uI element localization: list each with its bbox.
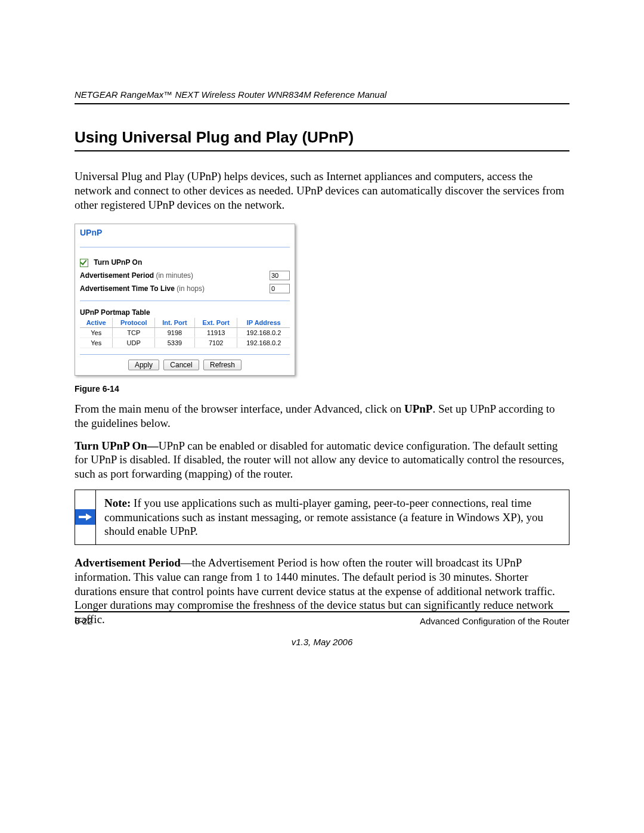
col-intport: Int. Port bbox=[155, 318, 195, 328]
footer-version: v1.3, May 2006 bbox=[75, 637, 569, 647]
cancel-button[interactable]: Cancel bbox=[163, 360, 199, 370]
upnp-screenshot: UPnP Turn UPnP On Advertisement Period (… bbox=[75, 224, 295, 376]
table-row: Yes TCP 9198 11913 192.168.0.2 bbox=[80, 328, 290, 338]
figure-caption: Figure 6-14 bbox=[75, 384, 569, 394]
ttl-input[interactable] bbox=[270, 284, 290, 293]
col-active: Active bbox=[80, 318, 113, 328]
note-box: Note: If you use applications such as mu… bbox=[75, 490, 569, 545]
turn-upnp-on-checkbox[interactable] bbox=[80, 259, 88, 267]
col-extport: Ext. Port bbox=[194, 318, 237, 328]
refresh-button[interactable]: Refresh bbox=[203, 360, 242, 370]
after-figure-paragraph: From the main menu of the browser interf… bbox=[75, 402, 569, 431]
page-number: 6-22 bbox=[75, 616, 92, 626]
footer-section: Advanced Configuration of the Router bbox=[420, 616, 569, 626]
col-protocol: Protocol bbox=[113, 318, 155, 328]
turn-upnp-on-paragraph: Turn UPnP On—UPnP can be enabled or disa… bbox=[75, 439, 569, 481]
portmap-title: UPnP Portmap Table bbox=[80, 308, 290, 317]
adv-period-label: Advertisement Period bbox=[80, 271, 154, 280]
portmap-table: Active Protocol Int. Port Ext. Port IP A… bbox=[80, 318, 290, 348]
note-body: If you use applications such as multi-pl… bbox=[104, 497, 543, 538]
note-label: Note: bbox=[104, 497, 131, 509]
ttl-label: Advertisement Time To Live bbox=[80, 284, 175, 293]
intro-paragraph: Universal Plug and Play (UPnP) helps dev… bbox=[75, 169, 569, 212]
table-row: Yes UDP 5339 7102 192.168.0.2 bbox=[80, 338, 290, 348]
apply-button[interactable]: Apply bbox=[128, 360, 159, 370]
page-footer: 6-22 Advanced Configuration of the Route… bbox=[75, 611, 569, 647]
adv-period-hint: (in minutes) bbox=[156, 271, 193, 280]
panel-title: UPnP bbox=[80, 228, 290, 247]
section-heading: Using Universal Plug and Play (UPnP) bbox=[75, 128, 569, 151]
arrow-right-icon bbox=[75, 509, 95, 525]
turn-upnp-on-label: Turn UPnP On bbox=[94, 258, 142, 267]
adv-period-input[interactable] bbox=[270, 271, 290, 280]
running-header: NETGEAR RangeMax™ NEXT Wireless Router W… bbox=[75, 89, 569, 104]
col-ip: IP Address bbox=[237, 318, 290, 328]
ttl-hint: (in hops) bbox=[177, 284, 205, 293]
